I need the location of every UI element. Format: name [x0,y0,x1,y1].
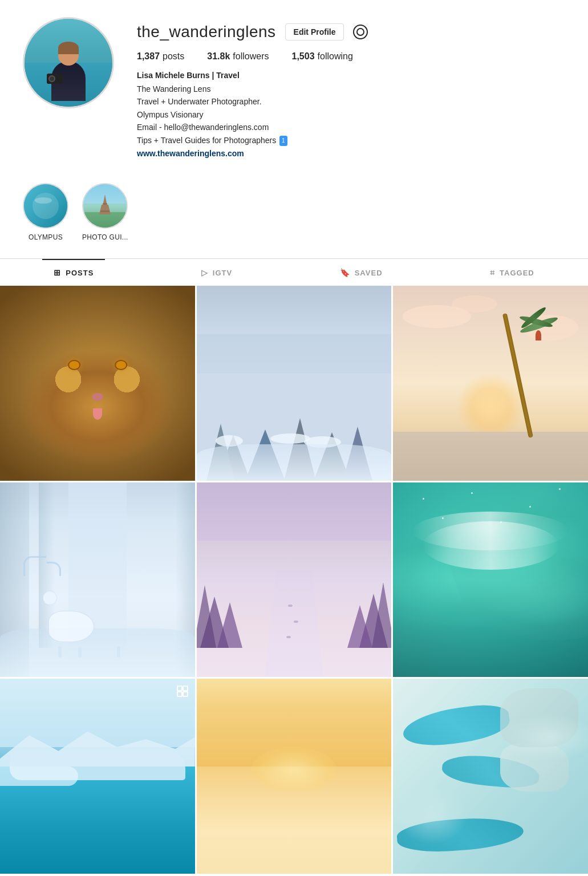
photo-grid [0,286,588,874]
tab-tagged-label: TAGGED [500,269,534,277]
bio-line3: Olympus Visionary [137,108,565,121]
svg-rect-6 [177,692,182,696]
username: the_wanderinglens [137,23,276,41]
bookmark-icon: 🔖 [340,268,350,277]
aerial-sand-patches [393,679,588,874]
highlights-section: OLYMPUS [0,172,588,258]
highlight-olympus-image [24,184,67,228]
followers-stat[interactable]: 31.8k followers [207,51,269,62]
photo-5-purple-snow[interactable] [197,482,392,678]
photo-8-inner [197,679,392,874]
svg-rect-4 [177,686,182,691]
bio-line5: Tips + Travel Guides for Photographers 1 [137,134,565,147]
posts-label: posts [163,51,184,62]
tab-saved-label: SAVED [355,269,383,277]
lion-eyes [0,360,195,370]
highlight-olympus-circle [23,183,68,229]
photo-3-inner [393,286,588,481]
photo-5-inner [197,482,392,678]
photo-6-inner [393,482,588,678]
photo-2-snow-forest[interactable] [197,286,392,481]
photo-1-inner [0,286,195,481]
tag-icon: ⌗ [490,268,495,278]
lion-tongue [93,408,102,420]
sunset-water [393,432,588,480]
photo-7-inner [0,679,195,874]
bio-line1: The Wandering Lens [137,83,565,95]
highlight-photo-guide-label: PHOTO GUI... [82,233,128,241]
photo-8-warm-gradient[interactable] [197,679,392,874]
tab-posts-label: POSTS [66,269,94,277]
following-label: following [318,51,353,62]
tabs-row: ⊞ POSTS ▷ IGTV 🔖 SAVED ⌗ TAGGED [0,259,588,286]
svg-rect-3 [100,210,110,212]
svg-marker-0 [103,194,107,203]
followers-label: followers [233,51,269,62]
settings-icon[interactable] [353,25,368,39]
grid-icon: ⊞ [54,268,61,277]
bio-website-link[interactable]: www.thewanderinglens.com [137,149,244,158]
edit-profile-button[interactable]: Edit Profile [285,23,344,40]
profile-info: the_wanderinglens Edit Profile 1,387 pos… [137,17,565,160]
photo-9-inner [393,679,588,874]
highlight-photo-guide-circle [82,183,128,229]
multi-photo-badge [176,684,189,701]
tab-posts[interactable]: ⊞ POSTS [42,259,105,286]
photo-6-aurora[interactable] [393,482,588,678]
photo-2-inner [197,286,392,481]
profile-stats: 1,387 posts 31.8k followers 1,503 follow… [137,51,565,62]
svg-marker-2 [99,205,111,214]
following-count: 1,503 [291,51,314,62]
photo-7-turquoise-water[interactable] [0,679,195,874]
photo-4-inner [0,482,195,678]
profile-bio: Lisa Michele Burns | Travel The Wanderin… [137,70,565,160]
lion-nose [92,393,103,401]
tab-igtv[interactable]: ▷ IGTV [190,259,244,286]
bio-name: Lisa Michele Burns | Travel [137,70,565,82]
profile-section: the_wanderinglens Edit Profile 1,387 pos… [0,0,588,172]
following-stat[interactable]: 1,503 following [291,51,352,62]
posts-stat[interactable]: 1,387 posts [137,51,184,62]
lion-eye-left [68,360,80,370]
highlight-olympus-label: OLYMPUS [29,233,63,241]
tab-tagged[interactable]: ⌗ TAGGED [478,259,546,286]
svg-rect-1 [103,203,107,205]
highlight-olympus[interactable]: OLYMPUS [23,183,68,241]
highlight-photo-guide[interactable]: PHOTO GUI... [82,183,128,241]
photo-3-sunset-palm[interactable] [393,286,588,481]
bio-line2: Travel + Underwater Photographer. [137,95,565,108]
photo-9-aerial-river[interactable] [393,679,588,874]
photo-1-lion[interactable] [0,286,195,481]
posts-count: 1,387 [137,51,160,62]
svg-rect-7 [183,692,188,696]
igtv-icon: ▷ [201,268,208,277]
photo-4-deer-snow[interactable] [0,482,195,678]
tab-saved[interactable]: 🔖 SAVED [329,259,394,286]
lion-eye-right [115,360,127,370]
highlight-paris-image [83,184,127,228]
username-row: the_wanderinglens Edit Profile [137,23,565,41]
avatar[interactable] [23,17,114,108]
tab-igtv-label: IGTV [213,269,232,277]
link-badge: 1 [279,136,287,146]
svg-rect-5 [183,686,188,691]
bio-line4: Email - hello@thewanderinglens.com [137,121,565,133]
followers-count: 31.8k [207,51,230,62]
